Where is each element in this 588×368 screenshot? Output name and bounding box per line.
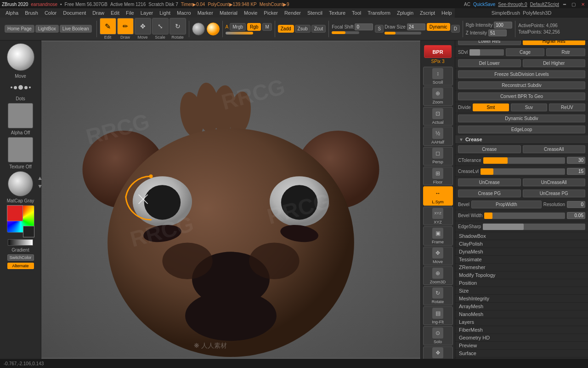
ctolerance-value[interactable]	[567, 157, 585, 164]
z-intensity-input[interactable]	[488, 29, 507, 36]
focal-shift-input[interactable]	[355, 23, 373, 30]
aahalf-btn[interactable]: ½ AAHalf	[423, 126, 453, 145]
s-btn[interactable]: S	[375, 25, 384, 33]
menu-item-picker[interactable]: Picker	[261, 9, 281, 17]
solo-btn[interactable]: ⊙ Solo	[423, 326, 453, 345]
default-zscript[interactable]: DefaultZScript	[530, 2, 559, 7]
size-item[interactable]: Size	[455, 287, 588, 295]
mesh-integrity-item[interactable]: MeshIntegrity	[455, 295, 588, 303]
zadd-btn[interactable]: Zadd	[278, 25, 294, 33]
window-minimize[interactable]: ━	[562, 2, 567, 7]
del-lower-btn[interactable]: Del Lower	[458, 59, 521, 67]
brush-preview[interactable]	[7, 43, 34, 71]
menu-item-zplugin[interactable]: Zplugin	[394, 9, 416, 17]
reuv-btn[interactable]: ReUV	[549, 104, 585, 111]
fiber-mesh-item[interactable]: FiberMesh	[455, 326, 588, 334]
menu-item-marker[interactable]: Marker	[195, 9, 216, 17]
draw-size-slider[interactable]	[384, 32, 421, 34]
foreground-color[interactable]	[7, 205, 23, 221]
menu-item-transform[interactable]: Transform	[365, 9, 393, 17]
crease-lvl-slider[interactable]	[481, 168, 565, 175]
menu-item-render[interactable]: Render	[282, 9, 304, 17]
menu-item-zscript[interactable]: Zscript	[417, 9, 438, 17]
draw-size-input[interactable]	[407, 23, 425, 30]
sdiv-slider[interactable]	[469, 49, 504, 56]
rstr-btn[interactable]: Rstr	[546, 48, 585, 56]
matcap-preview[interactable]	[8, 171, 33, 196]
frame-btn[interactable]: ▣ Frame	[423, 226, 453, 245]
menu-item-texture[interactable]: Texture	[326, 9, 348, 17]
tessimate-item[interactable]: Tessimate	[455, 256, 588, 264]
freeze-subdiv-btn[interactable]: Freeze SubDivision Levels	[458, 70, 585, 78]
scroll-btn[interactable]: ↕ Scroll	[423, 67, 453, 86]
menu-item-movie[interactable]: Movie	[241, 9, 260, 17]
floor-btn[interactable]: ⊞ Floor	[423, 167, 453, 185]
m-btn[interactable]: M	[262, 23, 271, 31]
background-color[interactable]	[23, 226, 34, 237]
crease-all-btn[interactable]: CreaseAll	[523, 145, 586, 153]
quick-save[interactable]: QuickSave	[473, 2, 495, 7]
focal-shift-slider[interactable]	[332, 31, 359, 34]
window-close[interactable]: ✕	[580, 2, 586, 7]
lsym-btn[interactable]: ↔ L.Sym	[423, 186, 453, 205]
simple-brush[interactable]: SimpleBrush	[492, 10, 520, 16]
zoom-btn[interactable]: ⊕ Zoom	[423, 86, 453, 105]
rgb-intensity-input[interactable]	[494, 22, 512, 29]
bpr-btn[interactable]: BPR	[424, 45, 452, 58]
menu-item-brush[interactable]: Brush	[22, 9, 41, 17]
smt-btn[interactable]: Smt	[473, 104, 509, 111]
crease-pg-btn[interactable]: Crease PG	[458, 190, 521, 197]
edgeloop-btn[interactable]: EdgeLoop	[458, 126, 585, 133]
alternate-btn[interactable]: Alternate	[7, 263, 34, 269]
d-btn[interactable]: D	[451, 25, 460, 33]
dynamic-btn[interactable]: Dynamic	[427, 23, 450, 31]
poly-mesh-3d[interactable]: PolyMesh3D	[523, 10, 551, 16]
canvas-area[interactable]: RRCG RRCG RRCG RRCG ❋ 人人素材	[41, 40, 420, 359]
array-mesh-item[interactable]: ArrayMesh	[455, 303, 588, 310]
surface-item[interactable]: Surface	[455, 350, 588, 357]
menu-item-draw[interactable]: Draw	[90, 9, 107, 17]
actual-btn[interactable]: ⊡ Actual	[423, 107, 453, 126]
ingflt-btn[interactable]: ▤ Ing-Flt	[423, 306, 453, 325]
active-material-sphere[interactable]	[207, 23, 220, 35]
bevel-width-value[interactable]	[567, 212, 585, 219]
preview-item[interactable]: Preview	[455, 342, 588, 350]
resolution-input[interactable]	[567, 201, 585, 208]
prop-width-btn[interactable]: PropWidth	[471, 201, 542, 208]
color-swatch[interactable]	[7, 205, 34, 237]
uncrease-btn[interactable]: UnCrease	[458, 178, 521, 186]
alpha-preview[interactable]	[8, 103, 33, 128]
draw-btn[interactable]: ✏	[117, 18, 134, 34]
dots-brush-preview[interactable]	[8, 80, 33, 94]
move-btn[interactable]: ✥	[135, 18, 151, 34]
switch-color-btn[interactable]: SwitchColor	[7, 254, 34, 261]
zsub-btn[interactable]: Zsub	[295, 25, 311, 33]
nano-mesh-item[interactable]: NanoMesh	[455, 310, 588, 318]
texture-preview[interactable]	[8, 137, 33, 162]
rotate3d-btn[interactable]: ↻ Rotate	[423, 286, 453, 305]
zoom3d-btn[interactable]: ⊕ Zoom3D	[423, 266, 453, 285]
rgb-btn[interactable]: Rgb	[247, 23, 261, 31]
shadowbox-item[interactable]: ShadowBox	[455, 232, 588, 240]
menu-item-color[interactable]: Color	[42, 9, 59, 17]
crease-section-title[interactable]: ▼ Crease	[455, 135, 588, 144]
menu-item-alpha[interactable]: Alpha	[3, 9, 21, 17]
menu-item-material[interactable]: Material	[217, 9, 240, 17]
reconstruct-subdiv-btn[interactable]: Reconstruct Subdiv	[458, 81, 585, 89]
menu-item-document[interactable]: Document	[60, 9, 89, 17]
position-item[interactable]: Position	[455, 279, 588, 287]
menu-item-help[interactable]: Help	[439, 9, 455, 17]
suv-btn[interactable]: Suv	[511, 104, 547, 111]
dynamesh-item[interactable]: DynaMesh	[455, 248, 588, 256]
del-higher-btn[interactable]: Del Higher	[523, 59, 586, 67]
menu-item-edit[interactable]: Edit	[108, 9, 122, 17]
color-wheel[interactable]	[7, 205, 34, 233]
persp-btn[interactable]: ◻ Persp	[423, 147, 453, 166]
menu-item-stencil[interactable]: Stencil	[305, 9, 325, 17]
menu-item-file[interactable]: File	[123, 9, 137, 17]
menu-item-layer[interactable]: Layer	[138, 9, 156, 17]
move3d-btn[interactable]: ✥ Move	[423, 247, 453, 265]
material-sphere[interactable]	[192, 23, 205, 35]
menu-item-light[interactable]: Light	[157, 9, 173, 17]
edge-sharp-slider[interactable]	[483, 224, 585, 230]
